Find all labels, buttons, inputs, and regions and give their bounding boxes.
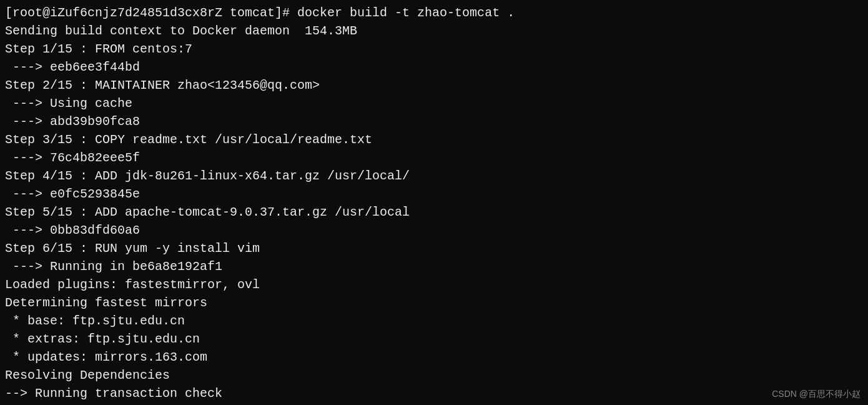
terminal-line: [root@iZuf6cnjz7d24851d3cx8rZ tomcat]# d… [5, 4, 863, 22]
terminal-line: Resolving Dependencies [5, 366, 863, 384]
terminal-line: * extras: ftp.sjtu.edu.cn [5, 330, 863, 348]
terminal-line: * updates: mirrors.163.com [5, 348, 863, 366]
terminal-line: ---> abd39b90fca8 [5, 112, 863, 131]
terminal-window: [root@iZuf6cnjz7d24851d3cx8rZ tomcat]# d… [0, 0, 868, 405]
terminal-line: --> Running transaction check [5, 384, 863, 402]
terminal-line: ---> 0bb83dfd60a6 [5, 221, 863, 239]
terminal-line: ---> 76c4b82eee5f [5, 149, 863, 167]
terminal-line: Step 2/15 : MAINTAINER zhao<123456@qq.co… [5, 76, 863, 94]
terminal-line: Loaded plugins: fastestmirror, ovl [5, 276, 863, 294]
terminal-line: ---> Package vim-enhanced.x86_64 2:7.4.6… [5, 402, 863, 405]
terminal-line: ---> eeb6ee3f44bd [5, 58, 863, 76]
terminal-line: Step 1/15 : FROM centos:7 [5, 40, 863, 58]
terminal-line: Step 3/15 : COPY readme.txt /usr/local/r… [5, 131, 863, 149]
terminal-line: Sending build context to Docker daemon 1… [5, 22, 863, 40]
watermark: CSDN @百思不得小赵 [772, 388, 861, 400]
terminal-line: * base: ftp.sjtu.edu.cn [5, 312, 863, 330]
terminal-line: Step 6/15 : RUN yum -y install vim [5, 239, 863, 258]
terminal-line: ---> e0fc5293845e [5, 185, 863, 203]
terminal-line: Determining fastest mirrors [5, 294, 863, 312]
terminal-line: ---> Using cache [5, 94, 863, 112]
terminal-line: Step 4/15 : ADD jdk-8u261-linux-x64.tar.… [5, 167, 863, 185]
terminal-line: Step 5/15 : ADD apache-tomcat-9.0.37.tar… [5, 203, 863, 221]
terminal-output: [root@iZuf6cnjz7d24851d3cx8rZ tomcat]# d… [5, 4, 863, 405]
terminal-line: ---> Running in be6a8e192af1 [5, 258, 863, 276]
